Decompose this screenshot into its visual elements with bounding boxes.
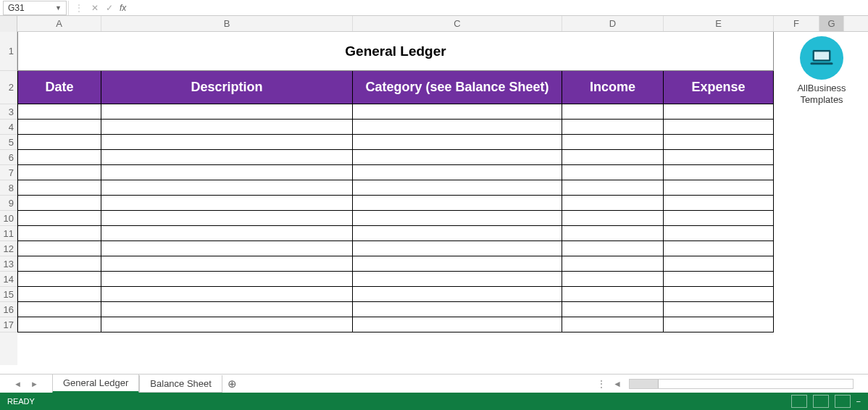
row-header[interactable]: 5 [0,135,17,150]
col-header-f[interactable]: F [774,16,819,31]
col-header-c[interactable]: C [353,16,562,31]
view-normal-icon[interactable] [791,395,807,408]
header-income[interactable]: Income [562,71,664,104]
formula-bar: G31 ▼ ⋮ ✕ ✓ fx [0,0,868,16]
horizontal-scroll-area: ⋮ ◄ [243,379,868,389]
row-header[interactable]: 7 [0,165,17,180]
table-row[interactable] [17,287,774,302]
sheet-tab-balance-sheet[interactable]: Balance Sheet [139,375,222,393]
table-header-row: Date Description Category (see Balance S… [17,71,774,104]
status-ready: READY [7,397,35,406]
tab-next-icon[interactable]: ► [30,380,38,388]
table-row[interactable] [17,135,774,150]
tab-nav-arrows[interactable]: ◄ ► [0,380,52,388]
table-row[interactable] [17,120,774,135]
svg-rect-1 [814,51,829,59]
row-header[interactable]: 10 [0,211,17,226]
fx-icon[interactable]: fx [117,3,129,13]
tab-prev-icon[interactable]: ◄ [14,380,22,388]
table-row[interactable] [17,272,774,287]
row-header[interactable]: 3 [0,104,17,120]
zoom-out-icon[interactable]: − [856,397,861,406]
row-header[interactable]: 8 [0,180,17,196]
header-category[interactable]: Category (see Balance Sheet) [353,71,562,104]
formula-input[interactable] [129,1,868,15]
enter-input-icon: ✓ [102,1,117,15]
header-date[interactable]: Date [17,71,101,104]
name-box-value: G31 [8,3,25,13]
table-row[interactable] [17,211,774,226]
new-sheet-icon[interactable]: ⊕ [222,375,243,393]
table-row[interactable] [17,226,774,241]
row-header[interactable]: 17 [0,317,17,332]
view-page-break-icon[interactable] [835,395,851,408]
row-header[interactable]: 15 [0,287,17,302]
sheet-tab-strip: ◄ ► General Ledger Balance Sheet ⊕ ⋮ ◄ [0,374,868,393]
select-all-corner[interactable] [0,16,17,32]
row-header[interactable]: 6 [0,150,17,165]
formula-more-icon: ⋮ [70,3,88,13]
col-header-a[interactable]: A [17,16,101,31]
sheet-tab-general-ledger[interactable]: General Ledger [52,375,139,393]
table-row[interactable] [17,165,774,180]
brand-line2: Templates [778,94,865,106]
grid-area: 1 2 3 4 5 6 7 8 9 10 11 12 13 14 15 16 1… [0,32,868,365]
row-header[interactable]: 2 [0,71,17,104]
row-header[interactable]: 14 [0,272,17,287]
row-header[interactable]: 9 [0,196,17,211]
col-header-e[interactable]: E [664,16,774,31]
row-header[interactable]: 4 [0,120,17,135]
brand-line1: AllBusiness [778,83,865,94]
cancel-input-icon: ✕ [88,1,102,15]
brand-logo-area: AllBusiness Templates [778,36,865,105]
sheet-title[interactable]: General Ledger [17,32,774,71]
row-header[interactable]: 11 [0,226,17,241]
laptop-icon [800,36,843,80]
col-header-g[interactable]: G [819,16,844,31]
view-page-layout-icon[interactable] [813,395,829,408]
row-headers: 1 2 3 4 5 6 7 8 9 10 11 12 13 14 15 16 1… [0,32,17,365]
status-right-controls: − [791,395,861,408]
table-row[interactable] [17,150,774,165]
table-row[interactable] [17,196,774,211]
header-expense[interactable]: Expense [664,71,774,104]
status-bar: READY − [0,393,868,410]
svg-rect-2 [810,62,832,64]
table-row[interactable] [17,180,774,196]
divider [68,1,69,15]
table-row[interactable] [17,241,774,256]
row-header[interactable]: 16 [0,302,17,317]
name-box-dropdown-icon[interactable]: ▼ [55,4,62,12]
row-header[interactable]: 13 [0,256,17,272]
table-row[interactable] [17,317,774,332]
row-header[interactable]: 12 [0,241,17,256]
table-row[interactable] [17,302,774,317]
col-header-b[interactable]: B [101,16,353,31]
scroll-left-icon[interactable]: ◄ [613,379,622,389]
horizontal-scrollbar[interactable] [629,379,854,389]
sheet-grid[interactable]: General Ledger Date Description Category… [17,32,774,365]
row-header[interactable]: 1 [0,32,17,71]
col-header-d[interactable]: D [562,16,664,31]
tab-options-icon[interactable]: ⋮ [597,379,606,389]
table-row[interactable] [17,256,774,272]
name-box[interactable]: G31 ▼ [3,1,67,15]
header-description[interactable]: Description [101,71,353,104]
table-row[interactable] [17,104,774,120]
column-headers: A B C D E F G [0,16,868,32]
